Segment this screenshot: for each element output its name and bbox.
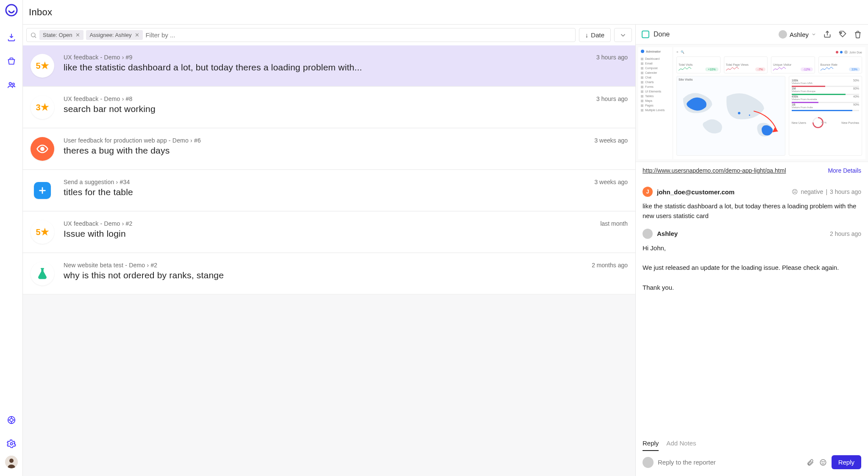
current-user-avatar[interactable] [5, 456, 18, 468]
remove-chip-icon[interactable]: ✕ [135, 32, 139, 38]
feedback-item[interactable]: 5★ UX feedback - Demo › #93 hours ago li… [23, 45, 635, 87]
svg-point-13 [749, 115, 750, 116]
item-source: User feedback for production web app - D… [64, 137, 201, 144]
feedback-item[interactable]: 5★ UX feedback - Demo › #2last month Iss… [23, 212, 635, 253]
reply-tabs: Reply Add Notes [636, 436, 868, 451]
svg-point-11 [840, 32, 842, 34]
help-nav-icon[interactable] [6, 415, 17, 425]
mock-ring-r: New Purchas [841, 121, 859, 124]
item-source: New website beta test - Demo › #2 [64, 262, 157, 269]
item-source: Send a suggestion › #34 [64, 179, 130, 185]
sort-button[interactable]: ↓ Date [579, 28, 611, 42]
reply-button[interactable]: Reply [832, 455, 861, 469]
filter-chip-state-label: State: Open [43, 32, 72, 38]
svg-point-16 [820, 459, 826, 465]
svg-point-7 [9, 459, 14, 463]
reply-author: Ashley [657, 230, 678, 237]
inbox-nav-icon[interactable] [6, 32, 17, 42]
item-source: UX feedback - Demo › #2 [64, 220, 133, 227]
tab-reply[interactable]: Reply [643, 436, 659, 451]
global-sidebar [0, 0, 23, 476]
detail-top-bar: Done Ashley [636, 25, 868, 44]
svg-point-4 [10, 418, 13, 421]
filter-chip-assignee-label: Assignee: Ashley [89, 32, 131, 38]
assignee-picker[interactable]: Ashley [779, 30, 816, 39]
svg-point-9 [41, 147, 44, 151]
feedback-item[interactable]: User feedback for production web app - D… [23, 129, 635, 170]
item-title: titles for the table [64, 187, 628, 197]
eye-badge [31, 137, 54, 161]
rating-badge: 5★ [31, 220, 54, 244]
item-title: Issue with login [64, 229, 628, 239]
mock-ring-l: New Users [792, 121, 806, 124]
filter-chip-assignee[interactable]: Assignee: Ashley ✕ [86, 30, 143, 40]
tab-notes[interactable]: Add Notes [666, 436, 696, 451]
emoji-icon[interactable] [819, 458, 827, 467]
settings-nav-icon[interactable] [6, 439, 17, 449]
svg-point-18 [823, 461, 824, 462]
done-checkbox-icon[interactable] [642, 31, 649, 38]
mock-brand: Adminator [646, 50, 661, 53]
svg-point-5 [10, 442, 13, 445]
assignee-avatar [779, 30, 787, 39]
sentiment-label: negative [801, 188, 823, 195]
item-title: theres a bug with the days [64, 146, 628, 156]
reply-input[interactable] [658, 459, 802, 466]
search-icon [30, 32, 37, 39]
done-toggle[interactable]: Done [642, 31, 670, 38]
filter-input[interactable] [145, 31, 571, 39]
reporter-message: like the statistic dashboard a lot, but … [643, 201, 861, 221]
chevron-down-icon [811, 32, 816, 37]
item-time: 3 hours ago [596, 54, 628, 61]
trash-icon[interactable] [854, 30, 862, 39]
item-title: like the statistic dashboard a lot, but … [64, 62, 628, 73]
reply-message: Hi John, We just released an update for … [643, 243, 861, 292]
more-details-link[interactable]: More Details [828, 167, 861, 174]
feedback-item[interactable]: Send a suggestion › #343 weeks ago title… [23, 170, 635, 211]
share-icon[interactable] [823, 30, 832, 39]
done-label: Done [654, 31, 670, 38]
svg-point-17 [822, 461, 823, 462]
feedback-source-url[interactable]: http://www.usersnapdemo.com/demo-app-lig… [643, 167, 786, 174]
feedback-detail-column: Done Ashley [636, 25, 868, 476]
feedback-item[interactable]: New website beta test - Demo › #22 month… [23, 253, 635, 294]
beta-badge [31, 262, 54, 286]
reporter-email: john_doe@customer.com [657, 188, 734, 196]
filter-chip-state[interactable]: State: Open ✕ [39, 30, 83, 40]
list-toolbar: State: Open ✕ Assignee: Ashley ✕ ↓ Date [23, 25, 635, 45]
tag-icon[interactable] [838, 30, 847, 39]
item-title: search bar not working [64, 104, 628, 114]
attachment-icon[interactable] [806, 458, 815, 467]
item-time: 3 weeks ago [594, 179, 628, 185]
svg-point-12 [738, 112, 740, 115]
svg-point-1 [9, 83, 11, 85]
page-title: Inbox [29, 7, 52, 18]
remove-chip-icon[interactable]: ✕ [75, 32, 80, 38]
people-nav-icon[interactable] [6, 80, 17, 90]
projects-nav-icon[interactable] [6, 56, 17, 66]
filter-box[interactable]: State: Open ✕ Assignee: Ashley ✕ [26, 28, 576, 42]
sort-arrow-icon: ↓ [585, 31, 589, 39]
item-source: UX feedback - Demo › #8 [64, 95, 133, 102]
star-icon: ★ [41, 60, 49, 71]
item-time: 3 weeks ago [594, 137, 628, 144]
svg-point-0 [6, 5, 17, 16]
feedback-screenshot[interactable]: Adminator DashboardEmailComposeCalenderC… [636, 44, 868, 162]
item-title: why is this not ordered by ranks, stange [64, 270, 628, 280]
feedback-item[interactable]: 3★ UX feedback - Demo › #83 hours ago se… [23, 87, 635, 128]
star-icon: ★ [41, 102, 49, 113]
feedback-items: 5★ UX feedback - Demo › #93 hours ago li… [23, 45, 635, 476]
svg-point-8 [31, 33, 35, 36]
mock-user: John Doe [849, 51, 862, 54]
item-time: 3 hours ago [596, 95, 628, 102]
reply-avatar [643, 229, 653, 239]
item-source: UX feedback - Demo › #9 [64, 54, 133, 61]
rating-badge: 3★ [31, 95, 54, 119]
item-time: 2 months ago [592, 262, 628, 269]
feedback-list-column: State: Open ✕ Assignee: Ashley ✕ ↓ Date [23, 25, 636, 476]
mock-map-title: Site Visits [677, 76, 785, 83]
sort-options-button[interactable] [614, 28, 632, 42]
sort-label: Date [591, 31, 604, 39]
assignee-name: Ashley [790, 31, 809, 38]
reply-time: 2 hours ago [830, 230, 861, 237]
